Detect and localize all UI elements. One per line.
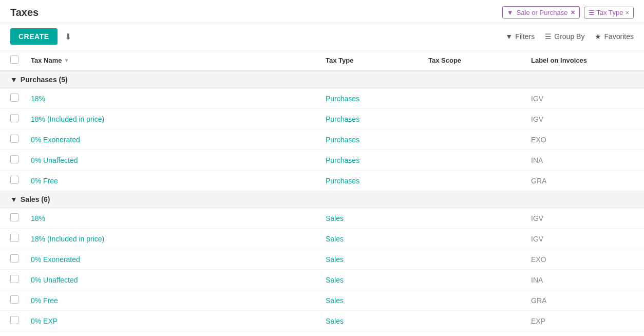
row-tax-type: Purchases xyxy=(326,177,428,185)
group-by-button[interactable]: ☰ Group By xyxy=(545,32,584,41)
col-name-label: Tax Name xyxy=(31,57,62,64)
filter-tag-close-taxtype[interactable]: × xyxy=(625,9,629,16)
row-tax-name[interactable]: 0% Free xyxy=(31,177,326,185)
col-header-scope: Tax Scope xyxy=(428,55,531,65)
row-checkbox[interactable] xyxy=(10,295,18,304)
row-checkbox-cell[interactable] xyxy=(10,94,31,103)
row-checkbox-cell[interactable] xyxy=(10,316,31,326)
create-button[interactable]: CREATE xyxy=(10,28,58,45)
row-tax-type: Sales xyxy=(326,296,428,305)
table-row: 0% EXP Sales EXP xyxy=(0,311,644,331)
col-header-name[interactable]: Tax Name ▼ xyxy=(31,55,326,65)
filters-button[interactable]: ▼ Filters xyxy=(505,32,535,41)
row-tax-name[interactable]: 18% (Included in price) xyxy=(31,235,326,243)
row-invoice-label: GRA xyxy=(531,177,634,185)
row-checkbox-cell[interactable] xyxy=(10,176,31,185)
row-checkbox[interactable] xyxy=(10,213,18,221)
row-invoice-label: INA xyxy=(531,276,634,284)
group-row-sales[interactable]: ▼Sales (6) xyxy=(0,191,644,208)
favorites-button[interactable]: ★ Favorites xyxy=(595,32,634,41)
row-checkbox[interactable] xyxy=(10,135,18,143)
filter-icon: ▼ xyxy=(505,32,513,41)
row-checkbox-cell[interactable] xyxy=(10,254,31,264)
group-by-icon: ☰ xyxy=(545,32,552,41)
row-checkbox-cell[interactable] xyxy=(10,275,31,285)
row-invoice-label: GRA xyxy=(531,296,634,305)
row-invoice-label: IGV xyxy=(531,214,634,222)
col-header-invoice-label: Label on Invoices xyxy=(531,55,634,65)
row-checkbox[interactable] xyxy=(10,94,18,102)
row-invoice-label: EXO xyxy=(531,136,634,144)
col-header-type: Tax Type xyxy=(326,55,428,65)
group-row-purchases[interactable]: ▼Purchases (5) xyxy=(0,71,644,88)
table-row: 18% (Included in price) Purchases IGV xyxy=(0,109,644,129)
page-header: Taxes ▼ Sale or Purchase × ☰ Tax Type × xyxy=(0,0,644,23)
row-tax-name[interactable]: 0% Unaffected xyxy=(31,276,326,284)
row-tax-name[interactable]: 0% EXP xyxy=(31,317,326,325)
col-scope-label: Tax Scope xyxy=(428,57,461,64)
sale-or-purchase-filter-tag[interactable]: ▼ Sale or Purchase × xyxy=(502,6,580,18)
filter-funnel-icon: ▼ xyxy=(507,9,514,16)
table-row: 0% Free Purchases GRA xyxy=(0,171,644,191)
filters-label: Filters xyxy=(515,32,535,41)
row-tax-type: Purchases xyxy=(326,95,428,103)
table-row: 0% Exonerated Sales EXO xyxy=(0,249,644,270)
table-row: 0% Free Sales GRA xyxy=(0,290,644,311)
filter-tags: ▼ Sale or Purchase × ☰ Tax Type × xyxy=(502,6,634,18)
row-invoice-label: IGV xyxy=(531,95,634,103)
group-toggle-purchases[interactable]: ▼ xyxy=(10,76,17,84)
row-invoice-label: IGV xyxy=(531,115,634,123)
row-tax-type: Sales xyxy=(326,255,428,264)
select-all-checkbox[interactable] xyxy=(10,55,18,64)
row-invoice-label: IGV xyxy=(531,235,634,243)
row-checkbox[interactable] xyxy=(10,176,18,184)
filter-tag-close-sale[interactable]: × xyxy=(571,8,575,16)
row-tax-type: Purchases xyxy=(326,136,428,144)
row-tax-type: Sales xyxy=(326,214,428,222)
tax-type-filter-tag[interactable]: ☰ Tax Type × xyxy=(584,7,634,18)
row-checkbox[interactable] xyxy=(10,316,18,324)
row-tax-name[interactable]: 18% (Included in price) xyxy=(31,115,326,123)
download-icon: ⬇ xyxy=(65,32,71,41)
row-checkbox[interactable] xyxy=(10,254,18,263)
row-checkbox[interactable] xyxy=(10,114,18,122)
row-tax-name[interactable]: 0% Unaffected xyxy=(31,156,326,164)
group-toggle-sales[interactable]: ▼ xyxy=(10,195,17,203)
row-checkbox[interactable] xyxy=(10,275,18,283)
select-all-checkbox-cell[interactable] xyxy=(10,55,31,65)
download-button[interactable]: ⬇ xyxy=(62,30,74,44)
row-checkbox-cell[interactable] xyxy=(10,155,31,165)
row-tax-name[interactable]: 0% Exonerated xyxy=(31,136,326,144)
star-icon: ★ xyxy=(595,32,601,41)
row-checkbox-cell[interactable] xyxy=(10,135,31,144)
row-checkbox-cell[interactable] xyxy=(10,234,31,244)
table-body: ▼Purchases (5) 18% Purchases IGV 18% (In… xyxy=(0,71,644,331)
row-tax-type: Sales xyxy=(326,276,428,284)
row-checkbox-cell[interactable] xyxy=(10,114,31,124)
row-checkbox-cell[interactable] xyxy=(10,213,31,223)
row-invoice-label: INA xyxy=(531,156,634,164)
table-row: 18% Purchases IGV xyxy=(0,88,644,109)
row-checkbox[interactable] xyxy=(10,155,18,163)
row-tax-name[interactable]: 18% xyxy=(31,214,326,222)
row-tax-name[interactable]: 0% Free xyxy=(31,296,326,305)
row-tax-name[interactable]: 0% Exonerated xyxy=(31,255,326,264)
table-row: 0% Unaffected Purchases INA xyxy=(0,150,644,171)
toolbar-right: ▼ Filters ☰ Group By ★ Favorites xyxy=(505,32,634,41)
tax-type-filter-label: Tax Type xyxy=(597,9,623,16)
row-checkbox-cell[interactable] xyxy=(10,295,31,305)
row-checkbox[interactable] xyxy=(10,234,18,242)
table-header-row: Tax Name ▼ Tax Type Tax Scope Label on I… xyxy=(0,50,644,71)
row-tax-type: Purchases xyxy=(326,156,428,164)
row-tax-type: Purchases xyxy=(326,115,428,123)
table-row: 0% Unaffected Sales INA xyxy=(0,270,644,290)
row-invoice-label: EXP xyxy=(531,317,634,325)
sort-icon-name: ▼ xyxy=(64,58,69,63)
toolbar-left: CREATE ⬇ xyxy=(10,28,74,45)
row-tax-name[interactable]: 18% xyxy=(31,95,326,103)
group-label-purchases: Purchases (5) xyxy=(21,76,68,84)
table-row: 0% Exonerated Purchases EXO xyxy=(0,129,644,150)
group-lines-icon: ☰ xyxy=(589,9,595,16)
group-by-label: Group By xyxy=(554,32,584,41)
favorites-label: Favorites xyxy=(604,32,634,41)
